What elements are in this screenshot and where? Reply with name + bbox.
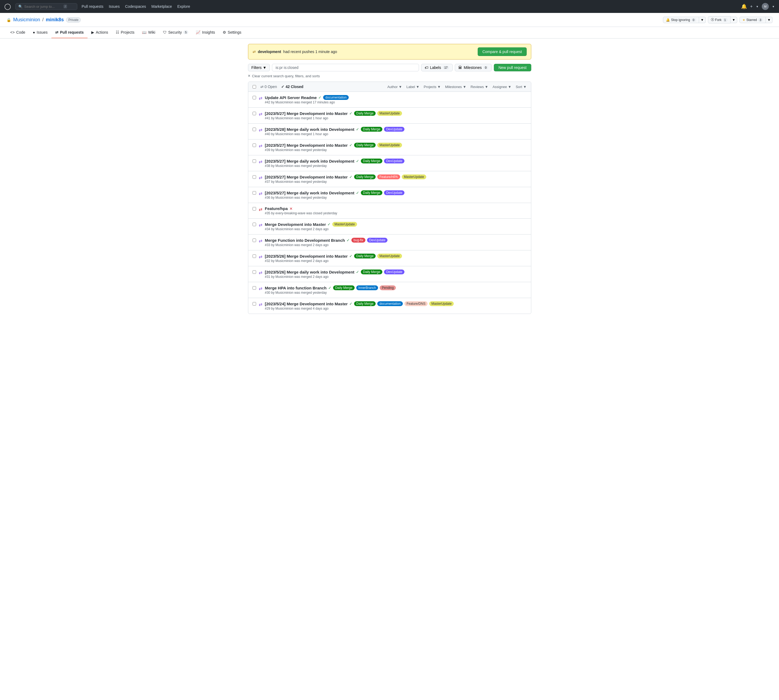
pr-title-link[interactable]: [2023/5/26] Merge Development into Maste… bbox=[265, 254, 348, 258]
pr-checkbox-30[interactable] bbox=[253, 286, 256, 290]
nav-marketplace[interactable]: Marketplace bbox=[151, 4, 172, 8]
pr-checkbox-34[interactable] bbox=[253, 223, 256, 226]
pr-title-link[interactable]: [2023/5/27] Merge daily work into Develo… bbox=[265, 191, 355, 195]
pr-main: [2023/5/27] Merge Development into Maste… bbox=[265, 175, 527, 183]
star-button[interactable]: ★ Starred 3 bbox=[739, 17, 766, 23]
star-dropdown[interactable]: ▼ bbox=[766, 17, 772, 23]
tab-wiki[interactable]: 📖 Wiki bbox=[138, 27, 159, 38]
pr-title-link[interactable]: [2023/5/28] Merge daily work into Develo… bbox=[265, 127, 355, 132]
pr-title-link[interactable]: [2023/5/24] Merge Development into Maste… bbox=[265, 302, 348, 306]
closed-count[interactable]: ✓ 42 Closed bbox=[281, 85, 303, 89]
pr-title-link[interactable]: [2023/5/26] Merge daily work into Develo… bbox=[265, 270, 355, 274]
pr-checkbox-37[interactable] bbox=[253, 175, 256, 179]
author-filter[interactable]: Author ▼ bbox=[387, 85, 402, 89]
nav-pull-requests[interactable]: Pull requests bbox=[82, 4, 103, 8]
label-badge: DevUpdate bbox=[367, 238, 387, 243]
sort-filter[interactable]: Sort ▼ bbox=[515, 85, 526, 89]
label-badge: Daily Merge bbox=[361, 190, 382, 195]
pr-checkbox-29[interactable] bbox=[253, 302, 256, 305]
pr-checkbox-33[interactable] bbox=[253, 238, 256, 242]
check-icon: ✓ bbox=[328, 286, 332, 290]
clear-filter[interactable]: × Clear current search query, filters, a… bbox=[248, 73, 531, 78]
star-group: ★ Starred 3 ▼ bbox=[739, 17, 772, 23]
check-icon: ✓ bbox=[349, 254, 352, 258]
pr-title-link[interactable]: Update API Server Readme bbox=[265, 95, 317, 100]
tab-issues[interactable]: ● Issues bbox=[29, 27, 52, 38]
plus-icon[interactable]: + bbox=[750, 4, 752, 9]
pr-main: [2023/5/28] Merge daily work into Develo… bbox=[265, 127, 527, 136]
stop-ignoring-group: 🔔 Stop ignoring 0 ▼ bbox=[663, 17, 706, 23]
pr-title-row: [2023/5/28] Merge daily work into Develo… bbox=[265, 127, 527, 132]
pr-title-link[interactable]: [2023/5/27] Merge Development into Maste… bbox=[265, 111, 348, 116]
pr-main: [2023/5/26] Merge Development into Maste… bbox=[265, 253, 527, 263]
pr-checkbox-36[interactable] bbox=[253, 191, 256, 195]
pr-checkbox-42[interactable] bbox=[253, 96, 256, 99]
pr-checkbox-35[interactable] bbox=[253, 207, 256, 210]
pr-title-link[interactable]: Feature/hpa bbox=[265, 206, 288, 211]
pr-merged-icon: ⇄ bbox=[259, 159, 262, 164]
pr-title-link[interactable]: Merge Function into Development Branch bbox=[265, 238, 345, 243]
milestones-filter[interactable]: Milestones ▼ bbox=[445, 85, 466, 89]
repo-name-link[interactable]: minik8s bbox=[46, 17, 64, 23]
pr-closed-icon: ⇄ bbox=[259, 207, 262, 212]
fork-icon: Ⓧ bbox=[711, 18, 714, 22]
labels-button[interactable]: 🏷 Labels 17 bbox=[421, 64, 453, 72]
repo-owner-link[interactable]: Musicminion bbox=[13, 17, 40, 23]
repo-title: 🔒 Musicminion / minik8s Private bbox=[7, 17, 81, 23]
notification-icon[interactable]: 🔔 bbox=[741, 3, 747, 9]
star-icon: ★ bbox=[742, 18, 746, 22]
nav-issues[interactable]: Issues bbox=[109, 4, 120, 8]
search-input[interactable] bbox=[24, 5, 62, 8]
label-filter[interactable]: Label ▼ bbox=[406, 85, 419, 89]
labels-count: 17 bbox=[443, 66, 449, 70]
pr-title-row: [2023/5/24] Merge Development into Maste… bbox=[265, 301, 527, 306]
pr-checkbox-38[interactable] bbox=[253, 159, 256, 163]
pr-title-link[interactable]: Merge Development into Master bbox=[265, 222, 326, 227]
projects-filter[interactable]: Projects ▼ bbox=[424, 85, 441, 89]
tab-pull-requests[interactable]: ⇄ Pull requests bbox=[52, 27, 87, 38]
reviews-filter[interactable]: Reviews ▼ bbox=[471, 85, 489, 89]
pr-title-link[interactable]: [2023/5/27] Merge Development into Maste… bbox=[265, 175, 348, 179]
code-icon: <> bbox=[10, 30, 15, 35]
bell-slash-icon: 🔔 bbox=[666, 18, 670, 22]
stop-ignoring-button[interactable]: 🔔 Stop ignoring 0 bbox=[663, 17, 699, 23]
tab-settings[interactable]: ⚙ Settings bbox=[219, 27, 245, 38]
nav-codespaces[interactable]: Codespaces bbox=[125, 4, 146, 8]
tab-security[interactable]: 🛡 Security 5 bbox=[159, 27, 192, 38]
tab-insights[interactable]: 📈 Insights bbox=[192, 27, 219, 38]
pr-title-link[interactable]: Merge HPA into function Branch bbox=[265, 286, 327, 290]
pr-checkbox-31[interactable] bbox=[253, 270, 256, 274]
stop-ignoring-dropdown[interactable]: ▼ bbox=[699, 17, 706, 23]
pr-title-link[interactable]: [2023/5/27] Merge Development into Maste… bbox=[265, 143, 348, 148]
github-logo-icon[interactable]: ◯ bbox=[4, 3, 11, 10]
fork-dropdown[interactable]: ▼ bbox=[731, 17, 737, 23]
tab-code[interactable]: <> Code bbox=[7, 27, 29, 38]
label-badge: MasterUpdate bbox=[377, 253, 402, 258]
tab-projects[interactable]: ☷ Projects bbox=[112, 27, 138, 38]
pr-checkbox-39[interactable] bbox=[253, 143, 256, 147]
label-badge: Feature/DNS bbox=[404, 301, 428, 306]
pr-checkbox-41[interactable] bbox=[253, 112, 256, 115]
repo-nav: <> Code ● Issues ⇄ Pull requests ▶ Actio… bbox=[0, 27, 779, 38]
compare-pull-request-button[interactable]: Compare & pull request bbox=[478, 47, 526, 56]
milestones-button[interactable]: 🏛 Milestones 0 bbox=[455, 64, 492, 72]
assignee-filter[interactable]: Assignee ▼ bbox=[492, 85, 511, 89]
nav-explore[interactable]: Explore bbox=[177, 4, 190, 8]
tab-actions[interactable]: ▶ Actions bbox=[87, 27, 112, 38]
avatar[interactable]: M bbox=[762, 3, 769, 10]
filter-button[interactable]: Filters ▼ bbox=[248, 64, 270, 72]
pr-title-row: [2023/5/27] Merge daily work into Develo… bbox=[265, 190, 527, 195]
check-icon: ✓ bbox=[349, 111, 352, 115]
new-pull-request-button[interactable]: New pull request bbox=[494, 64, 531, 72]
pr-checkbox-32[interactable] bbox=[253, 255, 256, 258]
pr-row: ⇄ [2023/5/26] Merge daily work into Deve… bbox=[248, 266, 531, 282]
pr-title-link[interactable]: [2023/5/27] Merge daily work into Develo… bbox=[265, 159, 355, 163]
pr-main: Merge Function into Development Branch ✓… bbox=[265, 238, 527, 247]
open-count[interactable]: ⇄ 0 Open bbox=[260, 85, 277, 89]
select-all-checkbox[interactable] bbox=[253, 85, 256, 88]
fork-button[interactable]: Ⓧ Fork 1 bbox=[708, 16, 731, 23]
pr-merged-icon: ⇄ bbox=[259, 238, 262, 243]
pr-search-input[interactable] bbox=[272, 64, 419, 72]
pr-meta: #39 by Musicminion was merged yesterday bbox=[265, 148, 527, 152]
pr-checkbox-40[interactable] bbox=[253, 128, 256, 131]
